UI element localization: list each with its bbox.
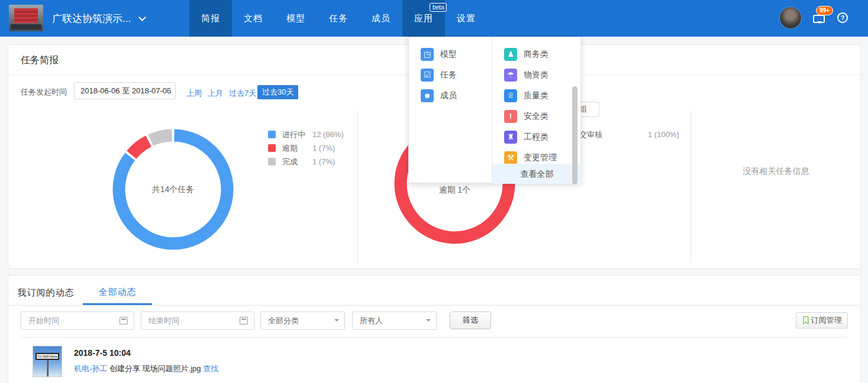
filter-button[interactable]: 筛选: [450, 311, 491, 329]
bookmark-icon: [802, 316, 809, 324]
tab-all-activity[interactable]: 全部动态: [83, 281, 152, 305]
subscription-manage-button[interactable]: 订阅管理: [796, 312, 848, 329]
date-filter-label: 任务发起时间: [21, 87, 67, 98]
no-task-info-text: 没有相关任务信息: [691, 166, 861, 177]
calendar-icon[interactable]: [120, 317, 128, 324]
category-select[interactable]: 全部分类: [260, 311, 345, 330]
user-link[interactable]: 机电-孙工: [74, 364, 107, 373]
quick-link-7days[interactable]: 过去7天: [229, 88, 256, 99]
shield-exclamation-icon: !: [504, 110, 517, 123]
project-name: 广联达协筑演示...: [52, 12, 131, 25]
caret-down-icon: [165, 90, 170, 95]
calendar-icon[interactable]: [240, 317, 248, 324]
message-icon[interactable]: [813, 15, 825, 23]
menu-item-materials[interactable]: ☂ 物资类: [492, 64, 573, 85]
caret-down-icon: [426, 319, 431, 324]
legend-swatch: [268, 158, 276, 165]
menu-item-model[interactable]: ◳ 模型: [409, 44, 492, 64]
people-icon: ☻: [421, 89, 434, 102]
menu-item-quality[interactable]: ♕ 质量类: [492, 85, 573, 106]
tab-apps[interactable]: 应用 beta: [402, 0, 445, 37]
chevron-down-icon: [138, 14, 146, 21]
tab-brief[interactable]: 简报: [189, 0, 232, 37]
help-icon[interactable]: ?: [837, 12, 848, 23]
tower-crane-icon: ♜: [504, 131, 517, 144]
crane-icon: ☂: [504, 69, 517, 82]
tab-documents[interactable]: 文档: [232, 0, 275, 37]
legend-swatch: [268, 131, 276, 138]
legend-swatch: [268, 144, 276, 152]
tools-icon: ⚒: [504, 151, 517, 164]
activity-filename: 现场问题照片.jpg: [143, 364, 201, 373]
people-group-icon: ♟: [504, 48, 517, 61]
billboard-sign: I'm Still Here: [36, 353, 59, 360]
clipboard-check-icon: ☑: [421, 69, 434, 82]
user-avatar[interactable]: [780, 7, 801, 28]
helmet-icon: ♕: [504, 89, 517, 102]
apps-dropdown-menu: ◳ 模型 ☑ 任务 ☻ 成员 ♟ 商务类 ☂ 物资类 ♕ 质量类: [408, 37, 581, 183]
project-logo: [9, 5, 43, 31]
locate-link[interactable]: 查找: [203, 364, 218, 373]
donut-center-label: 共14个任务: [112, 184, 234, 195]
menu-item-business[interactable]: ♟ 商务类: [492, 44, 573, 64]
quick-link-last-month[interactable]: 上月: [208, 88, 223, 99]
quick-link-last-week[interactable]: 上周: [186, 88, 202, 99]
cube-icon: ◳: [421, 48, 434, 61]
menu-item-members[interactable]: ☻ 成员: [409, 85, 492, 106]
tab-settings[interactable]: 设置: [445, 0, 488, 37]
end-time-input[interactable]: [141, 311, 254, 330]
date-range-select[interactable]: 2018-06-06 至 2018-07-05: [74, 82, 176, 99]
notification-badge: 99+: [816, 6, 833, 15]
menu-item-task[interactable]: ☑ 任务: [409, 64, 492, 85]
activity-description: 机电-孙工 创建分享 现场问题照片.jpg 查找: [74, 363, 218, 374]
quick-link-30days-active[interactable]: 过去30天: [257, 85, 298, 99]
tab-tasks[interactable]: 任务: [317, 0, 360, 37]
app-root: 广联达协筑演示... 简报 文档 模型 任务 成员 应用 beta 设置 99+…: [0, 0, 868, 383]
attachment-thumbnail[interactable]: I'm Still Here: [33, 346, 62, 377]
donut-center-label: 逾期 1个: [394, 185, 515, 196]
menu-scrollbar-thumb[interactable]: [572, 86, 577, 184]
project-selector[interactable]: 广联达协筑演示...: [52, 0, 145, 37]
start-time-input[interactable]: [21, 311, 134, 330]
menu-item-safety[interactable]: ! 安全类: [492, 106, 573, 126]
caret-down-icon: [334, 319, 339, 324]
activity-action: 创建分享: [109, 364, 140, 373]
menu-item-engineering[interactable]: ♜ 工程类: [492, 126, 573, 147]
view-all-menu-item[interactable]: 查看全部: [492, 164, 582, 184]
panel-title: 任务简报: [21, 54, 59, 67]
activity-timestamp: 2018-7-5 10:04: [74, 348, 131, 358]
tab-my-subscriptions[interactable]: 我订阅的动态: [12, 281, 80, 305]
top-navbar: 广联达协筑演示... 简报 文档 模型 任务 成员 应用 beta 设置 99+…: [0, 0, 868, 37]
person-select[interactable]: 所有人: [352, 311, 437, 330]
tab-models[interactable]: 模型: [275, 0, 317, 37]
tab-members[interactable]: 成员: [360, 0, 402, 37]
